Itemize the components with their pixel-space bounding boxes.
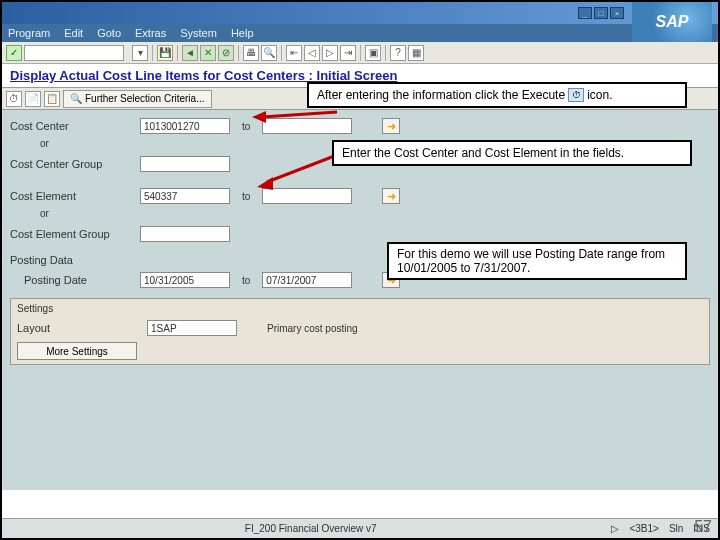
exit-icon[interactable]: ✕ <box>200 45 216 61</box>
further-icon: 🔍 <box>70 93 82 104</box>
status-triangle-icon: ▷ <box>611 523 619 534</box>
cost-element-group-input[interactable] <box>140 226 230 242</box>
enter-icon[interactable]: ✓ <box>6 45 22 61</box>
cost-center-group-label: Cost Center Group <box>10 158 140 170</box>
menubar: Program Edit Goto Extras System Help <box>2 24 718 42</box>
menu-edit[interactable]: Edit <box>64 27 83 39</box>
back-icon[interactable]: ◄ <box>182 45 198 61</box>
layout-label: Layout <box>17 322 147 334</box>
sap-logo: SAP <box>632 2 712 42</box>
content-area: Cost Center to ➜ or Cost Center Group Co… <box>2 110 718 490</box>
variant-save-icon[interactable]: 📋 <box>44 91 60 107</box>
layout-input[interactable] <box>147 320 237 336</box>
window-controls: _ □ × <box>578 7 624 19</box>
svg-line-2 <box>267 155 337 182</box>
print-icon[interactable]: 🖶 <box>243 45 259 61</box>
maximize-icon[interactable]: □ <box>594 7 608 19</box>
execute-icon-inline: ⏱ <box>568 88 584 102</box>
multi-select-icon-2[interactable]: ➜ <box>382 188 400 204</box>
or-text-2: or <box>10 208 710 224</box>
to-label-2: to <box>242 191 250 202</box>
menu-system[interactable]: System <box>180 27 217 39</box>
multi-select-icon[interactable]: ➜ <box>382 118 400 134</box>
cost-element-group-label: Cost Element Group <box>10 228 140 240</box>
save-icon[interactable]: 💾 <box>157 45 173 61</box>
toolbar: ✓ ▾ 💾 ◄ ✕ ⊘ 🖶 🔍 ⇤ ◁ ▷ ⇥ ▣ ? ▦ <box>2 42 718 64</box>
cost-element-label: Cost Element <box>10 190 140 202</box>
next-page-icon[interactable]: ▷ <box>322 45 338 61</box>
prev-page-icon[interactable]: ◁ <box>304 45 320 61</box>
footer-center: FI_200 Financial Overview v7 <box>245 523 377 534</box>
titlebar: _ □ × <box>2 2 718 24</box>
settings-title: Settings <box>17 303 703 314</box>
callout-execute: After entering the information click the… <box>307 82 687 108</box>
menu-goto[interactable]: Goto <box>97 27 121 39</box>
to-label: to <box>242 121 250 132</box>
svg-marker-1 <box>252 111 266 123</box>
close-icon[interactable]: × <box>610 7 624 19</box>
callout-text-b: icon. <box>587 88 612 102</box>
posting-date-from-input[interactable] <box>140 272 230 288</box>
cost-center-group-input[interactable] <box>140 156 230 172</box>
first-page-icon[interactable]: ⇤ <box>286 45 302 61</box>
status-field-1: <3B1> <box>629 523 658 534</box>
find-icon[interactable]: 🔍 <box>261 45 277 61</box>
last-page-icon[interactable]: ⇥ <box>340 45 356 61</box>
further-label: Further Selection Criteria... <box>85 93 205 104</box>
layout-icon[interactable]: ▦ <box>408 45 424 61</box>
toolbar-dropdown-icon[interactable]: ▾ <box>132 45 148 61</box>
svg-line-0 <box>262 112 337 117</box>
settings-group: Settings Layout Primary cost posting Mor… <box>10 298 710 365</box>
page-number: 57 <box>694 518 712 536</box>
help-icon[interactable]: ? <box>390 45 406 61</box>
cost-center-input[interactable] <box>140 118 230 134</box>
callout-text: After entering the information click the… <box>317 88 565 102</box>
cancel-icon[interactable]: ⊘ <box>218 45 234 61</box>
svg-marker-3 <box>257 177 273 190</box>
posting-to-label: to <box>242 275 250 286</box>
menu-extras[interactable]: Extras <box>135 27 166 39</box>
cost-element-input[interactable] <box>140 188 230 204</box>
callout-fields: Enter the Cost Center and Cost Element i… <box>332 140 692 166</box>
annotation-arrow-2 <box>257 152 342 192</box>
callout-text-3: For this demo we will use Posting Date r… <box>397 247 677 275</box>
callout-posting: For this demo we will use Posting Date r… <box>387 242 687 280</box>
layout-desc: Primary cost posting <box>267 323 358 334</box>
annotation-arrow <box>252 107 342 127</box>
more-settings-button[interactable]: More Settings <box>17 342 137 360</box>
posting-date-label: Posting Date <box>10 274 140 286</box>
cost-center-label: Cost Center <box>10 120 140 132</box>
statusbar: FI_200 Financial Overview v7 ▷ <3B1> Sln… <box>2 518 718 538</box>
minimize-icon[interactable]: _ <box>578 7 592 19</box>
command-field[interactable] <box>24 45 124 61</box>
further-selection-button[interactable]: 🔍 Further Selection Criteria... <box>63 90 212 108</box>
variant-get-icon[interactable]: 📄 <box>25 91 41 107</box>
menu-help[interactable]: Help <box>231 27 254 39</box>
new-session-icon[interactable]: ▣ <box>365 45 381 61</box>
menu-program[interactable]: Program <box>8 27 50 39</box>
callout-text-2: Enter the Cost Center and Cost Element i… <box>342 146 624 160</box>
execute-icon[interactable]: ⏱ <box>6 91 22 107</box>
status-field-2: Sln <box>669 523 683 534</box>
posting-date-to-input[interactable] <box>262 272 352 288</box>
